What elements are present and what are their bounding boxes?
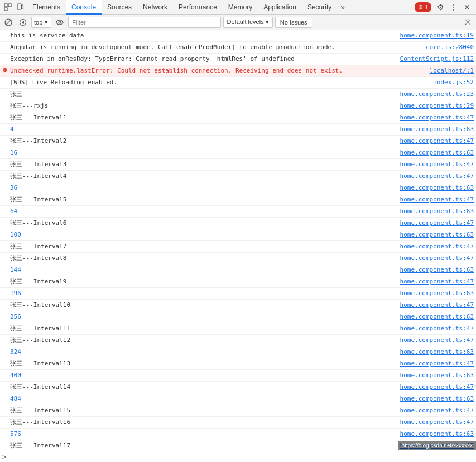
table-row[interactable]: 张三---Interval16home.component.ts:47 bbox=[0, 417, 476, 429]
eye-toggle-button[interactable] bbox=[54, 16, 66, 28]
row-source[interactable]: home.component.ts:63 bbox=[381, 265, 476, 275]
row-source[interactable]: home.component.ts:47 bbox=[381, 171, 476, 181]
row-text: 16 bbox=[9, 148, 381, 158]
row-type-icon bbox=[0, 288, 9, 289]
table-row[interactable]: 张三---Interval4home.component.ts:47 bbox=[0, 171, 476, 182]
device-icon[interactable] bbox=[15, 2, 26, 13]
tab-sources[interactable]: Sources bbox=[102, 0, 137, 15]
table-row[interactable]: 张三---Interval1home.component.ts:47 bbox=[0, 112, 476, 124]
table-row[interactable]: 100home.component.ts:63 bbox=[0, 229, 476, 241]
table-row[interactable]: 484home.component.ts:63 bbox=[0, 393, 476, 405]
tab-security[interactable]: Security bbox=[302, 0, 337, 15]
more-tabs-button[interactable]: » bbox=[337, 0, 348, 15]
row-source[interactable]: home.component.ts:63 bbox=[381, 429, 476, 439]
row-source[interactable]: localhost/:1 bbox=[381, 66, 476, 76]
row-source[interactable]: home.component.ts:63 bbox=[381, 370, 476, 381]
table-row[interactable]: 16home.component.ts:63 bbox=[0, 147, 476, 159]
tab-network[interactable]: Network bbox=[137, 0, 173, 15]
tab-application[interactable]: Application bbox=[258, 0, 302, 15]
tab-elements[interactable]: Elements bbox=[27, 0, 66, 15]
table-row[interactable]: 张三---Interval9home.component.ts:47 bbox=[0, 276, 476, 288]
inspect-icon[interactable] bbox=[2, 2, 13, 13]
table-row[interactable]: 张三---Interval13home.component.ts:47 bbox=[0, 358, 476, 370]
settings-button[interactable]: ⚙ bbox=[434, 1, 447, 14]
row-source[interactable]: home.component.ts:47 bbox=[381, 359, 476, 369]
close-devtools-button[interactable]: ✕ bbox=[460, 1, 474, 14]
row-source[interactable]: home.component.ts:47 bbox=[381, 160, 476, 170]
table-row[interactable]: 张三home.component.ts:23 bbox=[0, 89, 476, 100]
row-source[interactable]: home.component.ts:47 bbox=[381, 324, 476, 334]
row-source[interactable]: home.component.ts:63 bbox=[381, 124, 476, 134]
console-settings-button[interactable] bbox=[461, 16, 474, 28]
row-source[interactable]: home.component.ts:47 bbox=[381, 195, 476, 205]
row-source[interactable]: home.component.ts:23 bbox=[381, 89, 476, 99]
row-source[interactable]: home.component.ts:63 bbox=[381, 312, 476, 322]
row-source[interactable]: core.js:28040 bbox=[381, 42, 476, 52]
row-source[interactable]: home.component.ts:29 bbox=[381, 101, 476, 111]
table-row[interactable]: [WDS] Live Reloading enabled.index.js:52 bbox=[0, 77, 476, 89]
row-source[interactable]: home.component.ts:63 bbox=[381, 148, 476, 158]
context-selector[interactable]: top ▼ bbox=[31, 17, 51, 28]
table-row[interactable]: 256home.component.ts:63 bbox=[0, 311, 476, 323]
row-source[interactable]: home.component.ts:47 bbox=[381, 335, 476, 345]
svg-point-9 bbox=[59, 21, 61, 23]
table-row[interactable]: 576home.component.ts:63 bbox=[0, 429, 476, 440]
row-source[interactable]: home.component.ts:63 bbox=[381, 347, 476, 357]
table-row[interactable]: 4home.component.ts:63 bbox=[0, 124, 476, 136]
row-source[interactable]: home.component.ts:47 bbox=[381, 253, 476, 263]
table-row[interactable]: 张三---Interval6home.component.ts:47 bbox=[0, 218, 476, 229]
clear-console-button[interactable] bbox=[2, 16, 15, 28]
table-row[interactable]: this is service datahome.component.ts:19 bbox=[0, 30, 476, 42]
table-row[interactable]: Angular is running in development mode. … bbox=[0, 42, 476, 54]
table-row[interactable]: 张三---Interval12home.component.ts:47 bbox=[0, 335, 476, 346]
table-row[interactable]: 400home.component.ts:63 bbox=[0, 370, 476, 382]
table-row[interactable]: 张三---Interval2home.component.ts:47 bbox=[0, 136, 476, 147]
tab-memory[interactable]: Memory bbox=[223, 0, 258, 15]
error-badge[interactable]: ⊗ 1 bbox=[415, 2, 431, 12]
table-row[interactable]: 张三---Interval5home.component.ts:47 bbox=[0, 194, 476, 206]
table-row[interactable]: ⊗Unchecked runtime.lastError: Could not … bbox=[0, 65, 476, 77]
row-source[interactable]: home.component.ts:47 bbox=[381, 113, 476, 123]
table-row[interactable]: 张三---Interval17home.component.ts:47 bbox=[0, 440, 476, 451]
table-row[interactable]: 张三---rxjshome.component.ts:29 bbox=[0, 100, 476, 112]
row-source[interactable]: home.component.ts:47 bbox=[381, 277, 476, 287]
row-source[interactable]: home.component.ts:47 bbox=[381, 300, 476, 310]
table-row[interactable]: 张三---Interval11home.component.ts:47 bbox=[0, 323, 476, 335]
row-source[interactable]: home.component.ts:63 bbox=[381, 206, 476, 216]
table-row[interactable]: 36home.component.ts:63 bbox=[0, 182, 476, 194]
table-row[interactable]: 张三---Interval8home.component.ts:47 bbox=[0, 253, 476, 264]
table-row[interactable]: 张三---Interval3home.component.ts:47 bbox=[0, 159, 476, 171]
row-source[interactable]: home.component.ts:47 bbox=[381, 382, 476, 392]
table-row[interactable]: 张三---Interval7home.component.ts:47 bbox=[0, 241, 476, 253]
row-source[interactable]: home.component.ts:47 bbox=[381, 406, 476, 416]
more-options-button[interactable]: ⋮ bbox=[447, 1, 460, 14]
tab-console[interactable]: Console bbox=[66, 0, 102, 15]
table-row[interactable]: 张三---Interval10home.component.ts:47 bbox=[0, 300, 476, 311]
row-source[interactable]: home.component.ts:63 bbox=[381, 394, 476, 404]
tab-performance[interactable]: Performance bbox=[173, 0, 223, 15]
table-row[interactable]: 196home.component.ts:63 bbox=[0, 288, 476, 300]
table-row[interactable]: 324home.component.ts:63 bbox=[0, 346, 476, 358]
table-row[interactable]: 144home.component.ts:63 bbox=[0, 264, 476, 276]
table-row[interactable]: 张三---Interval14home.component.ts:47 bbox=[0, 382, 476, 393]
row-source[interactable]: home.component.ts:63 bbox=[381, 288, 476, 299]
table-row[interactable]: Exception in onResRdy: TypeError: Cannot… bbox=[0, 54, 476, 65]
row-source[interactable]: home.component.ts:47 bbox=[381, 441, 476, 451]
row-source[interactable]: home.component.ts:63 bbox=[381, 230, 476, 240]
row-source[interactable]: home.component.ts:47 bbox=[381, 417, 476, 427]
row-source[interactable]: ContentScript.js:112 bbox=[381, 54, 476, 64]
row-text: 张三---rxjs bbox=[9, 101, 381, 111]
table-row[interactable]: 64home.component.ts:63 bbox=[0, 206, 476, 218]
row-source[interactable]: index.js:52 bbox=[381, 78, 476, 88]
top-frame-back-button[interactable] bbox=[17, 16, 29, 28]
row-source[interactable]: home.component.ts:63 bbox=[381, 183, 476, 193]
log-levels-button[interactable]: Default levels ▾ bbox=[223, 17, 273, 28]
row-source[interactable]: home.component.ts:47 bbox=[381, 242, 476, 252]
row-source[interactable]: home.component.ts:47 bbox=[381, 136, 476, 146]
no-issues-button[interactable]: No Issues bbox=[275, 17, 312, 28]
filter-input[interactable] bbox=[68, 17, 220, 28]
row-source[interactable]: home.component.ts:47 bbox=[381, 218, 476, 228]
console-input[interactable] bbox=[8, 453, 474, 460]
row-source[interactable]: home.component.ts:19 bbox=[381, 31, 476, 41]
table-row[interactable]: 张三---Interval15home.component.ts:47 bbox=[0, 405, 476, 417]
